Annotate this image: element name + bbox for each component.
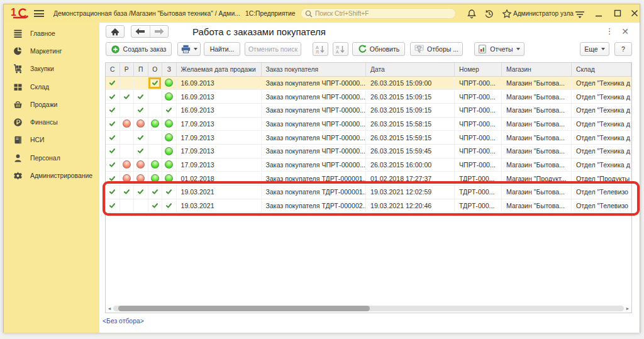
- sidebar-item-9[interactable]: Администрирование: [4, 167, 99, 184]
- table-cell[interactable]: 26.03.2015 15:09:15: [366, 104, 455, 117]
- table-cell[interactable]: Отдел "Продукты: [572, 172, 631, 185]
- table-cell[interactable]: Заказ покупателя ТДРТ-000001...: [262, 186, 367, 199]
- column-header[interactable]: Номер: [455, 63, 502, 76]
- form-close-icon[interactable]: ✕: [620, 25, 630, 38]
- table-cell[interactable]: 16.09.2013: [177, 104, 262, 117]
- sidebar-item-5[interactable]: Продажи: [4, 96, 99, 113]
- table-cell[interactable]: Магазин "Бытова...: [502, 118, 572, 131]
- global-search-input[interactable]: Поиск Ctrl+Shift+F: [301, 8, 456, 19]
- column-header[interactable]: П: [134, 63, 148, 76]
- star-icon[interactable]: [502, 9, 512, 19]
- flag-cell[interactable]: [120, 90, 135, 103]
- column-header[interactable]: Желаемая дата продажи: [177, 63, 262, 76]
- flag-cell[interactable]: [120, 77, 135, 90]
- main-menu-icon[interactable]: [34, 10, 44, 17]
- flag-cell[interactable]: [106, 104, 120, 117]
- flag-cell[interactable]: [120, 186, 135, 199]
- table-cell[interactable]: Магазин "Бытова...: [502, 199, 572, 213]
- table-cell[interactable]: 19.03.2021 12:02:59: [366, 186, 455, 199]
- column-header[interactable]: О: [148, 63, 163, 76]
- table-cell[interactable]: 26.03.2015 15:09:15: [366, 90, 455, 103]
- sort-descending-button[interactable]: Я А: [333, 42, 348, 56]
- flag-cell[interactable]: [148, 172, 163, 185]
- table-row[interactable]: 16.09.2013Заказ покупателя ЧПРТ-00000...…: [106, 77, 631, 91]
- table-cell[interactable]: Отдел "Техника д: [572, 90, 631, 103]
- column-header[interactable]: Заказ покупателя: [262, 63, 367, 76]
- refresh-button[interactable]: Обновить: [352, 42, 405, 56]
- flag-cell[interactable]: [148, 104, 163, 117]
- column-header[interactable]: Склад: [572, 63, 631, 76]
- flag-cell[interactable]: [106, 131, 120, 144]
- sidebar-item-7[interactable]: НСИ: [4, 131, 99, 149]
- filters-button[interactable]: Отборы ...: [410, 42, 463, 56]
- table-row[interactable]: 19.03.2021Заказ покупателя ТДРТ-000001..…: [106, 186, 631, 199]
- reports-button[interactable]: Отчеты: [474, 42, 525, 56]
- table-cell[interactable]: ЧПРТ-000...: [455, 77, 502, 90]
- column-header[interactable]: Магазин: [502, 63, 572, 76]
- flag-cell[interactable]: [134, 158, 148, 172]
- table-cell[interactable]: Отдел "Техника д: [572, 131, 631, 144]
- table-cell[interactable]: Отдел "Техника д: [572, 145, 631, 158]
- home-button[interactable]: [106, 25, 125, 38]
- table-row[interactable]: 17.09.2013Заказ покупателя ЧПРТ-00000...…: [106, 145, 631, 158]
- flag-cell[interactable]: [162, 90, 177, 103]
- table-cell[interactable]: ТДРТ-000...: [455, 172, 502, 185]
- table-cell[interactable]: ЧПРТ-000...: [455, 131, 502, 144]
- bell-icon[interactable]: [467, 9, 477, 19]
- table-cell[interactable]: Заказ покупателя ЧПРТ-00000...: [262, 118, 367, 131]
- flag-cell[interactable]: [134, 145, 148, 158]
- column-header[interactable]: Р: [120, 63, 135, 76]
- column-header[interactable]: С: [106, 63, 120, 76]
- sidebar-item-8[interactable]: Персонал: [4, 149, 99, 167]
- flag-cell[interactable]: [120, 158, 135, 172]
- table-cell[interactable]: 01.02.2018 17:27:37: [366, 172, 455, 185]
- table-cell[interactable]: ЧПРТ-000...: [455, 118, 502, 131]
- maximize-button[interactable]: [613, 8, 623, 18]
- table-row[interactable]: 17.09.2013Заказ покупателя ЧПРТ-00000...…: [106, 158, 631, 172]
- service-menu-icon[interactable]: [575, 9, 585, 19]
- flag-cell[interactable]: [162, 131, 177, 144]
- history-icon[interactable]: [484, 9, 494, 19]
- sidebar-item-2[interactable]: Маркетинг: [4, 42, 99, 60]
- table-cell[interactable]: 26.03.2015 15:59:45: [366, 145, 455, 158]
- table-cell[interactable]: 19.03.2021 12:20:46: [366, 199, 455, 213]
- flag-cell[interactable]: [134, 199, 148, 213]
- table-cell[interactable]: 19.03.2021: [177, 186, 262, 199]
- user-name[interactable]: Администратор узла: [513, 10, 574, 17]
- flag-cell[interactable]: [106, 199, 120, 213]
- table-cell[interactable]: Заказ покупателя ЧПРТ-00000...: [262, 90, 367, 103]
- back-button[interactable]: [131, 26, 150, 37]
- table-cell[interactable]: Отдел "Телевизо: [572, 186, 631, 199]
- flag-cell[interactable]: [162, 186, 177, 199]
- flag-cell[interactable]: [148, 186, 163, 199]
- table-cell[interactable]: 26.03.2015 15:58:15: [366, 118, 455, 131]
- table-cell[interactable]: Заказ покупателя ЧПРТ-00000...: [262, 158, 367, 172]
- table-row[interactable]: 16.09.2013Заказ покупателя ЧПРТ-00000...…: [106, 90, 631, 104]
- table-cell[interactable]: Магазин "Бытова...: [502, 158, 572, 172]
- table-cell[interactable]: 26.03.2015 15:59:15: [366, 131, 455, 144]
- flag-cell[interactable]: [148, 77, 163, 90]
- flag-cell[interactable]: [106, 172, 120, 185]
- flag-cell[interactable]: [120, 118, 135, 131]
- scrollbar-thumb[interactable]: [118, 306, 370, 311]
- flag-cell[interactable]: [148, 131, 163, 144]
- flag-cell[interactable]: [162, 104, 177, 117]
- flag-cell[interactable]: [162, 118, 177, 131]
- flag-cell[interactable]: [120, 199, 135, 213]
- table-cell[interactable]: Заказ покупателя ЧПРТ-00000...: [262, 104, 367, 117]
- table-cell[interactable]: Заказ покупателя ЧПРТ-00000...: [262, 145, 367, 158]
- flag-cell[interactable]: [106, 145, 120, 158]
- flag-cell[interactable]: [148, 145, 163, 158]
- table-cell[interactable]: Магазин "Бытова...: [502, 131, 572, 144]
- table-row[interactable]: 01.02.2018Заказ покупателя ТДРТ-000001..…: [106, 172, 631, 186]
- flag-cell[interactable]: [162, 172, 177, 185]
- scrollbar-track[interactable]: [113, 306, 624, 311]
- table-cell[interactable]: 17.09.2013: [177, 118, 262, 131]
- column-header[interactable]: Дата: [366, 63, 455, 76]
- flag-cell[interactable]: [134, 77, 148, 90]
- table-cell[interactable]: Магазин "Продукт...: [502, 172, 572, 185]
- table-cell[interactable]: Отдел "Техника д: [572, 77, 631, 90]
- flag-cell[interactable]: [162, 77, 177, 90]
- table-cell[interactable]: 26.03.2015 15:09:00: [366, 77, 455, 90]
- help-button[interactable]: ?: [614, 42, 632, 56]
